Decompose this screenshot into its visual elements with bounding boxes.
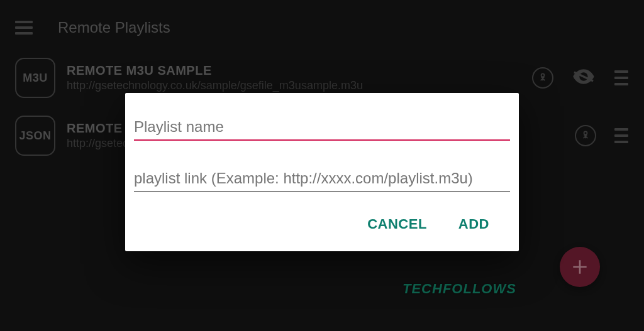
- playlist-row-actions: [532, 64, 629, 92]
- add-button[interactable]: ADD: [452, 212, 496, 236]
- svg-point-0: [541, 73, 545, 77]
- more-icon[interactable]: [614, 70, 629, 85]
- add-playlist-dialog: CANCEL ADD: [125, 93, 519, 251]
- playlist-row-actions: [575, 125, 629, 146]
- playlist-title: REMOTE M3U SAMPLE: [67, 63, 521, 78]
- watermark: TECHFOLLOWS: [402, 281, 516, 297]
- playlist-url: http://gsetechnology.co.uk/sample/gsefil…: [67, 79, 521, 92]
- page-title: Remote Playlists: [58, 19, 170, 36]
- app-topbar: Remote Playlists: [0, 0, 644, 49]
- parental-icon[interactable]: [575, 125, 596, 146]
- menu-icon[interactable]: [15, 21, 33, 35]
- parental-icon[interactable]: [532, 67, 553, 89]
- playlist-name-input[interactable]: [134, 113, 510, 141]
- add-fab[interactable]: [560, 247, 600, 287]
- playlist-row-text: REMOTE M3U SAMPLE http://gsetechnology.c…: [67, 63, 521, 92]
- svg-point-2: [584, 131, 587, 134]
- eye-off-icon[interactable]: [571, 64, 596, 92]
- more-icon[interactable]: [614, 128, 629, 143]
- type-chip: M3U: [15, 58, 55, 98]
- svg-rect-1: [574, 71, 594, 82]
- dialog-actions: CANCEL ADD: [130, 195, 514, 240]
- playlist-link-input[interactable]: [134, 165, 510, 192]
- cancel-button[interactable]: CANCEL: [361, 212, 433, 236]
- type-chip: JSON: [15, 116, 55, 156]
